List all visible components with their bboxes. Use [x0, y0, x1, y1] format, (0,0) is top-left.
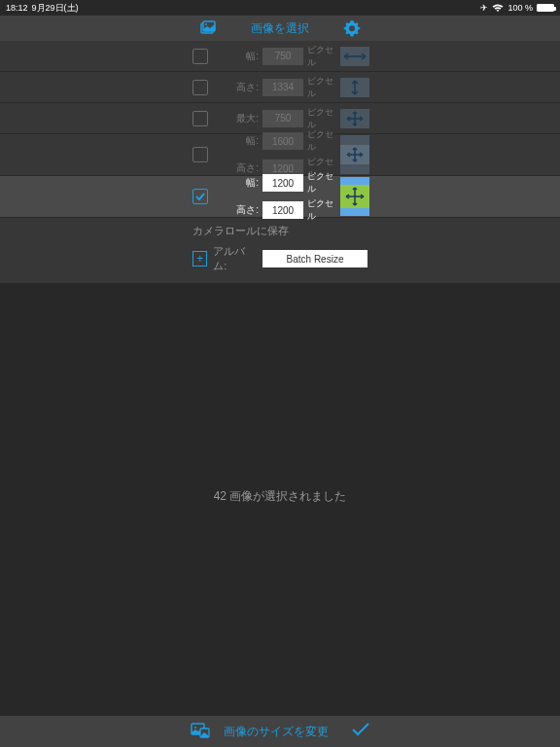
unit-label: ピクセル — [307, 106, 340, 131]
save-title: カメラロールに保存 — [192, 224, 368, 238]
add-album-button[interactable]: + — [192, 251, 207, 267]
resize-button[interactable]: 画像のサイズを変更 — [224, 724, 329, 740]
status-time: 18:12 — [6, 3, 28, 13]
option-checkbox[interactable] — [192, 49, 208, 64]
header: 画像を選択 — [0, 16, 560, 41]
save-section: カメラロールに保存 + アルバム: — [0, 218, 560, 283]
status-bar: 18:12 9月29日(土) ✈ 100 % — [0, 0, 560, 16]
gear-icon[interactable] — [343, 19, 361, 41]
page-title: 画像を選択 — [251, 20, 309, 37]
album-input[interactable] — [262, 250, 368, 267]
option-checkbox[interactable] — [192, 111, 208, 126]
field-label: 高さ: — [231, 203, 259, 217]
mode-icon-height — [340, 78, 369, 97]
size-input[interactable] — [262, 79, 303, 96]
unit-label: ピクセル — [307, 75, 340, 100]
field-label: 幅: — [231, 134, 259, 148]
selection-count: 42 画像が選択されました — [214, 488, 347, 505]
option-checkbox[interactable] — [192, 80, 208, 95]
size-input[interactable] — [262, 174, 303, 192]
option-row-0[interactable]: 幅:ピクセル — [0, 41, 560, 72]
size-input[interactable] — [262, 110, 303, 127]
field-label: 高さ: — [231, 81, 259, 94]
mode-icon-max — [340, 109, 369, 128]
mode-icon-fit — [340, 177, 369, 216]
svg-point-20 — [194, 727, 196, 729]
battery-pct: 100 % — [508, 3, 533, 13]
content-area: 42 画像が選択されました — [0, 283, 560, 709]
size-input[interactable] — [262, 201, 303, 219]
mode-icon-crop — [340, 135, 369, 174]
resize-icon[interactable] — [191, 721, 210, 742]
wifi-icon — [492, 4, 504, 13]
field-label: 最大: — [231, 112, 259, 125]
option-row-4[interactable]: 幅:ピクセル高さ:ピクセル — [0, 176, 560, 218]
size-input[interactable] — [262, 48, 303, 65]
album-label: アルバム: — [213, 244, 257, 273]
footer: 画像のサイズを変更 — [0, 716, 560, 747]
mode-icon-width — [340, 47, 369, 66]
option-checkbox[interactable] — [192, 189, 208, 204]
unit-label: ピクセル — [307, 128, 340, 154]
checkmark-icon[interactable] — [352, 723, 369, 740]
unit-label: ピクセル — [307, 44, 340, 69]
svg-point-2 — [205, 23, 207, 25]
option-row-1[interactable]: 高さ:ピクセル — [0, 72, 560, 103]
unit-label: ピクセル — [307, 170, 340, 196]
size-input[interactable] — [262, 132, 303, 150]
status-date: 9月29日(土) — [32, 2, 79, 15]
svg-point-3 — [349, 25, 355, 31]
airplane-icon: ✈ — [480, 3, 488, 13]
battery-icon — [537, 4, 554, 12]
photos-icon[interactable] — [199, 19, 217, 41]
field-label: 幅: — [231, 176, 259, 190]
option-checkbox[interactable] — [192, 147, 208, 162]
unit-label: ピクセル — [307, 197, 340, 223]
field-label: 幅: — [231, 50, 259, 63]
